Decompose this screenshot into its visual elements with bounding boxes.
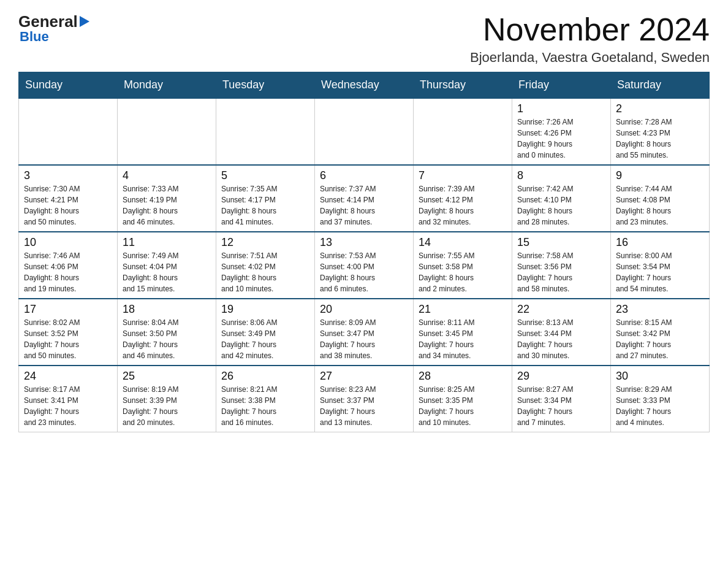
day-info: Sunrise: 7:33 AM Sunset: 4:19 PM Dayligh… <box>123 183 211 228</box>
day-number: 3 <box>24 169 112 182</box>
day-info: Sunrise: 7:46 AM Sunset: 4:06 PM Dayligh… <box>24 250 112 294</box>
day-number: 1 <box>517 102 605 115</box>
day-info: Sunrise: 8:19 AM Sunset: 3:39 PM Dayligh… <box>123 384 211 428</box>
day-number: 17 <box>24 303 112 316</box>
day-info: Sunrise: 7:51 AM Sunset: 4:02 PM Dayligh… <box>221 250 309 294</box>
day-info: Sunrise: 7:26 AM Sunset: 4:26 PM Dayligh… <box>517 117 605 161</box>
day-number: 30 <box>616 370 704 383</box>
calendar-cell: 25Sunrise: 8:19 AM Sunset: 3:39 PM Dayli… <box>118 366 216 432</box>
calendar-cell: 20Sunrise: 8:09 AM Sunset: 3:47 PM Dayli… <box>315 299 414 366</box>
calendar-title: November 2024 <box>470 12 710 47</box>
day-info: Sunrise: 8:09 AM Sunset: 3:47 PM Dayligh… <box>320 317 408 361</box>
calendar-cell: 27Sunrise: 8:23 AM Sunset: 3:37 PM Dayli… <box>315 366 414 432</box>
calendar-cell: 14Sunrise: 7:55 AM Sunset: 3:58 PM Dayli… <box>414 232 512 299</box>
calendar-cell: 15Sunrise: 7:58 AM Sunset: 3:56 PM Dayli… <box>512 232 611 299</box>
day-number: 9 <box>616 169 704 182</box>
day-info: Sunrise: 7:39 AM Sunset: 4:12 PM Dayligh… <box>419 183 507 228</box>
day-number: 12 <box>221 236 309 249</box>
day-info: Sunrise: 8:29 AM Sunset: 3:33 PM Dayligh… <box>616 384 704 428</box>
day-info: Sunrise: 8:00 AM Sunset: 3:54 PM Dayligh… <box>616 250 704 294</box>
day-number: 2 <box>616 102 704 115</box>
calendar-cell: 24Sunrise: 8:17 AM Sunset: 3:41 PM Dayli… <box>19 366 118 432</box>
calendar-cell: 9Sunrise: 7:44 AM Sunset: 4:08 PM Daylig… <box>611 165 710 232</box>
day-number: 27 <box>320 370 408 383</box>
title-area: November 2024 Bjoerlanda, Vaestra Goetal… <box>470 12 710 66</box>
calendar-cell <box>315 98 414 165</box>
day-info: Sunrise: 8:06 AM Sunset: 3:49 PM Dayligh… <box>221 317 309 361</box>
day-number: 28 <box>419 370 507 383</box>
day-info: Sunrise: 7:58 AM Sunset: 3:56 PM Dayligh… <box>517 250 605 294</box>
week-row-5: 24Sunrise: 8:17 AM Sunset: 3:41 PM Dayli… <box>19 366 710 432</box>
calendar-cell: 17Sunrise: 8:02 AM Sunset: 3:52 PM Dayli… <box>19 299 118 366</box>
week-row-4: 17Sunrise: 8:02 AM Sunset: 3:52 PM Dayli… <box>19 299 710 366</box>
weekday-header-thursday: Thursday <box>414 72 512 99</box>
calendar-cell: 28Sunrise: 8:25 AM Sunset: 3:35 PM Dayli… <box>414 366 512 432</box>
weekday-header-sunday: Sunday <box>19 72 118 99</box>
calendar-cell: 19Sunrise: 8:06 AM Sunset: 3:49 PM Dayli… <box>216 299 315 366</box>
logo-arrow-icon <box>80 12 92 31</box>
day-info: Sunrise: 8:27 AM Sunset: 3:34 PM Dayligh… <box>517 384 605 428</box>
day-info: Sunrise: 8:15 AM Sunset: 3:42 PM Dayligh… <box>616 317 704 361</box>
day-number: 10 <box>24 236 112 249</box>
day-info: Sunrise: 8:21 AM Sunset: 3:38 PM Dayligh… <box>221 384 309 428</box>
calendar-cell <box>118 98 216 165</box>
calendar-cell: 10Sunrise: 7:46 AM Sunset: 4:06 PM Dayli… <box>19 232 118 299</box>
calendar-cell: 11Sunrise: 7:49 AM Sunset: 4:04 PM Dayli… <box>118 232 216 299</box>
day-info: Sunrise: 8:02 AM Sunset: 3:52 PM Dayligh… <box>24 317 112 361</box>
day-number: 22 <box>517 303 605 316</box>
week-row-3: 10Sunrise: 7:46 AM Sunset: 4:06 PM Dayli… <box>19 232 710 299</box>
day-number: 14 <box>419 236 507 249</box>
week-row-2: 3Sunrise: 7:30 AM Sunset: 4:21 PM Daylig… <box>19 165 710 232</box>
day-info: Sunrise: 7:37 AM Sunset: 4:14 PM Dayligh… <box>320 183 408 228</box>
day-number: 19 <box>221 303 309 316</box>
logo-blue-text: Blue <box>20 29 49 45</box>
svg-marker-0 <box>80 16 89 27</box>
calendar-cell <box>216 98 315 165</box>
calendar-subtitle: Bjoerlanda, Vaestra Goetaland, Sweden <box>470 50 710 66</box>
logo: General Blue <box>18 12 93 45</box>
day-info: Sunrise: 7:28 AM Sunset: 4:23 PM Dayligh… <box>616 117 704 161</box>
day-number: 20 <box>320 303 408 316</box>
weekday-header-tuesday: Tuesday <box>216 72 315 99</box>
day-info: Sunrise: 7:44 AM Sunset: 4:08 PM Dayligh… <box>616 183 704 228</box>
day-number: 7 <box>419 169 507 182</box>
calendar-cell: 16Sunrise: 8:00 AM Sunset: 3:54 PM Dayli… <box>611 232 710 299</box>
week-row-1: 1Sunrise: 7:26 AM Sunset: 4:26 PM Daylig… <box>19 98 710 165</box>
day-info: Sunrise: 8:13 AM Sunset: 3:44 PM Dayligh… <box>517 317 605 361</box>
day-info: Sunrise: 8:23 AM Sunset: 3:37 PM Dayligh… <box>320 384 408 428</box>
day-info: Sunrise: 8:11 AM Sunset: 3:45 PM Dayligh… <box>419 317 507 361</box>
calendar-cell: 18Sunrise: 8:04 AM Sunset: 3:50 PM Dayli… <box>118 299 216 366</box>
day-info: Sunrise: 8:04 AM Sunset: 3:50 PM Dayligh… <box>123 317 211 361</box>
calendar-cell: 8Sunrise: 7:42 AM Sunset: 4:10 PM Daylig… <box>512 165 611 232</box>
calendar-cell: 23Sunrise: 8:15 AM Sunset: 3:42 PM Dayli… <box>611 299 710 366</box>
day-number: 23 <box>616 303 704 316</box>
calendar-cell: 13Sunrise: 7:53 AM Sunset: 4:00 PM Dayli… <box>315 232 414 299</box>
calendar-cell: 2Sunrise: 7:28 AM Sunset: 4:23 PM Daylig… <box>611 98 710 165</box>
day-number: 24 <box>24 370 112 383</box>
day-number: 16 <box>616 236 704 249</box>
day-number: 4 <box>123 169 211 182</box>
calendar-cell: 21Sunrise: 8:11 AM Sunset: 3:45 PM Dayli… <box>414 299 512 366</box>
day-info: Sunrise: 7:30 AM Sunset: 4:21 PM Dayligh… <box>24 183 112 228</box>
calendar-cell: 12Sunrise: 7:51 AM Sunset: 4:02 PM Dayli… <box>216 232 315 299</box>
header: General Blue November 2024 Bjoerlanda, V… <box>18 12 710 66</box>
weekday-header-saturday: Saturday <box>611 72 710 99</box>
day-number: 11 <box>123 236 211 249</box>
day-info: Sunrise: 7:42 AM Sunset: 4:10 PM Dayligh… <box>517 183 605 228</box>
calendar-cell: 22Sunrise: 8:13 AM Sunset: 3:44 PM Dayli… <box>512 299 611 366</box>
weekday-header-friday: Friday <box>512 72 611 99</box>
calendar-cell: 1Sunrise: 7:26 AM Sunset: 4:26 PM Daylig… <box>512 98 611 165</box>
calendar-cell: 26Sunrise: 8:21 AM Sunset: 3:38 PM Dayli… <box>216 366 315 432</box>
calendar-table: SundayMondayTuesdayWednesdayThursdayFrid… <box>18 72 710 432</box>
weekday-header-monday: Monday <box>118 72 216 99</box>
calendar-cell: 30Sunrise: 8:29 AM Sunset: 3:33 PM Dayli… <box>611 366 710 432</box>
day-number: 29 <box>517 370 605 383</box>
calendar-cell: 5Sunrise: 7:35 AM Sunset: 4:17 PM Daylig… <box>216 165 315 232</box>
calendar-cell: 6Sunrise: 7:37 AM Sunset: 4:14 PM Daylig… <box>315 165 414 232</box>
day-info: Sunrise: 8:25 AM Sunset: 3:35 PM Dayligh… <box>419 384 507 428</box>
day-number: 13 <box>320 236 408 249</box>
day-number: 6 <box>320 169 408 182</box>
day-number: 5 <box>221 169 309 182</box>
day-number: 25 <box>123 370 211 383</box>
weekday-header-row: SundayMondayTuesdayWednesdayThursdayFrid… <box>19 72 710 99</box>
